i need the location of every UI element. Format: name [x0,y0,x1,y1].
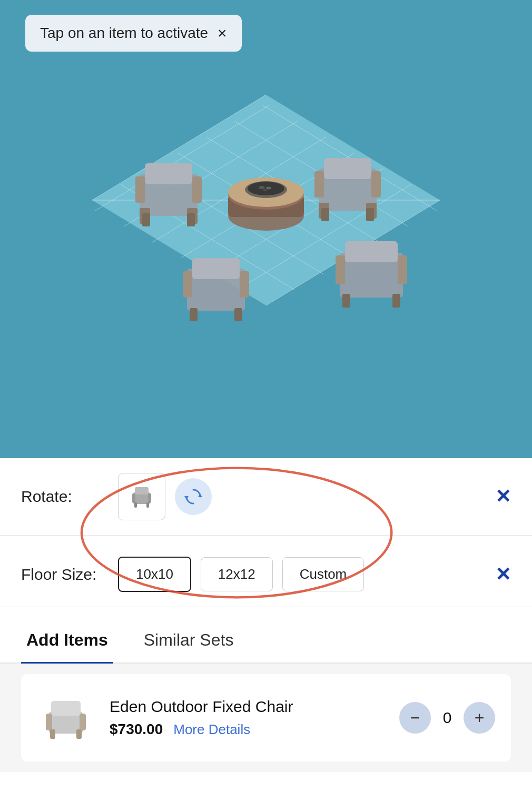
svg-rect-52 [392,294,400,308]
tabs-bar: Add Items Similar Sets [0,614,532,664]
svg-rect-48 [345,241,398,262]
svg-rect-34 [324,158,371,179]
product-info: Eden Outdoor Fixed Chair $730.00 More De… [110,698,385,738]
svg-rect-37 [314,171,324,197]
rotate-icon-button[interactable] [175,478,212,515]
svg-point-22 [259,186,265,189]
quantity-decrease-button[interactable]: − [399,702,431,734]
floor-size-close-button[interactable]: ✕ [495,565,511,584]
tooltip-close-icon[interactable]: × [218,24,227,42]
quantity-value: 0 [439,709,455,727]
svg-rect-65 [80,714,86,730]
svg-rect-29 [135,176,145,203]
floor-size-10x10-button[interactable]: 10x10 [118,557,191,592]
quantity-control: − 0 + [399,702,495,734]
product-chair-icon [40,691,92,744]
svg-point-23 [266,187,271,190]
product-list: Eden Outdoor Fixed Chair $730.00 More De… [0,664,532,772]
svg-rect-32 [187,213,195,226]
svg-rect-51 [342,294,350,308]
scene-viewport: Tap on an item to activate × [0,0,532,458]
tooltip-banner: Tap on an item to activate × [25,15,242,52]
product-details-link[interactable]: More Details [173,721,250,738]
svg-rect-31 [142,213,150,226]
svg-rect-39 [321,208,329,221]
quantity-increase-button[interactable]: + [464,702,495,734]
svg-rect-56 [132,493,135,503]
svg-rect-50 [398,255,407,284]
floor-size-12x12-button[interactable]: 12x12 [201,557,273,591]
svg-rect-38 [371,171,381,197]
floor-size-custom-button[interactable]: Custom [282,557,364,591]
svg-rect-43 [183,271,192,298]
svg-rect-44 [240,271,249,298]
product-image [37,689,95,747]
svg-rect-55 [135,487,149,494]
floor-size-buttons: 10x10 12x12 Custom [118,557,482,592]
rotate-icon [183,487,203,507]
svg-marker-61 [184,496,189,500]
svg-rect-45 [190,308,198,321]
svg-rect-26 [145,163,192,184]
chair-icon-button[interactable] [118,473,165,520]
product-price-row: $730.00 More Details [110,721,385,738]
tab-add-items[interactable]: Add Items [21,614,113,662]
rotate-label: Rotate: [21,488,105,506]
svg-rect-57 [148,493,151,503]
svg-rect-40 [366,208,374,221]
controls-container: Rotate: [0,458,532,607]
svg-rect-46 [234,308,242,321]
svg-rect-59 [146,502,149,508]
svg-marker-60 [198,493,202,497]
rotate-close-button[interactable]: ✕ [495,487,511,506]
floor-size-control-row: Floor Size: 10x10 12x12 Custom ✕ [0,542,532,607]
svg-point-24 [263,189,267,191]
product-price: $730.00 [110,721,163,738]
svg-rect-66 [50,729,55,739]
svg-rect-64 [46,714,52,730]
rotate-control-row: Rotate: [0,458,532,536]
svg-rect-42 [192,258,240,279]
floor-size-label: Floor Size: [21,566,105,583]
svg-rect-30 [192,176,202,203]
svg-rect-58 [134,502,137,508]
product-name: Eden Outdoor Fixed Chair [110,698,385,716]
svg-rect-67 [76,729,82,739]
chair-icon [128,483,155,510]
svg-rect-63 [51,701,81,716]
rotate-buttons [118,473,482,520]
tooltip-text: Tap on an item to activate [40,25,208,42]
svg-point-21 [248,182,284,195]
product-card: Eden Outdoor Fixed Chair $730.00 More De… [21,674,511,761]
tab-similar-sets[interactable]: Similar Sets [139,614,239,662]
scene-3d [61,53,471,411]
svg-rect-49 [336,255,345,284]
